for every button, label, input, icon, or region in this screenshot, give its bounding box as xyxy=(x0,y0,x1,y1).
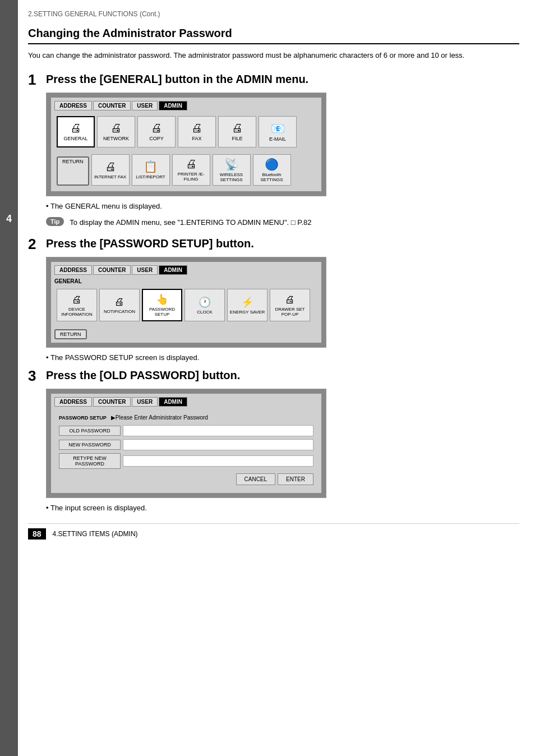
old-password-btn[interactable]: OLD PASSWORD xyxy=(59,426,121,436)
screen3-tab-user[interactable]: USER xyxy=(132,397,158,407)
screen2-tab-user[interactable]: USER xyxy=(132,265,158,275)
step3-number: 3 xyxy=(28,368,40,383)
step1-bullet: The GENERAL menu is displayed. xyxy=(46,202,519,210)
pw-bottom-btns: CANCEL ENTER xyxy=(59,473,313,485)
clock-label: CLOCK xyxy=(197,310,213,315)
menu-copy[interactable]: 🖨 COPY xyxy=(137,116,176,147)
screen3: ADDRESS COUNTER USER ADMIN PASSWORD SETU… xyxy=(46,389,326,498)
step2-bullet: The PASSWORD SETUP screen is displayed. xyxy=(46,353,519,362)
screen1: ADDRESS COUNTER USER ADMIN 🖨 GENERAL 🖨 N… xyxy=(46,93,326,196)
tab-user[interactable]: USER xyxy=(132,101,158,110)
screen2-tab-admin[interactable]: ADMIN xyxy=(159,265,187,275)
screen3-tab-admin[interactable]: ADMIN xyxy=(159,397,187,407)
list-report-icon: 📋 xyxy=(144,160,158,173)
screen2-return-area: RETURN xyxy=(54,327,318,339)
page-header: 2.SETTING GENERAL FUNCTIONS (Cont.) xyxy=(28,10,519,18)
menu-wireless[interactable]: 📡 WIRELESS SETTINGS xyxy=(213,154,251,186)
step2-number: 2 xyxy=(28,237,40,251)
menu-printer-efiling[interactable]: 🖨 PRINTER /E-FILING xyxy=(172,154,210,186)
password-setup-btn[interactable]: 👆 PASSWORD SETUP xyxy=(142,289,182,321)
retype-password-field[interactable] xyxy=(123,455,313,467)
tip-text: To display the ADMIN menu, see "1.ENTERI… xyxy=(70,217,311,228)
screen2-tabbar: ADDRESS COUNTER USER ADMIN xyxy=(54,265,318,275)
email-icon: 📧 xyxy=(271,122,285,135)
screen2-inner: ADDRESS COUNTER USER ADMIN GENERAL 🖨 DEV… xyxy=(51,262,321,343)
copy-label: COPY xyxy=(149,136,164,141)
clock-btn[interactable]: 🕐 CLOCK xyxy=(185,289,225,321)
menu-file[interactable]: 🖨 FILE xyxy=(218,116,256,147)
bluetooth-icon: 🔵 xyxy=(265,158,279,171)
screen1-menu: 🖨 GENERAL 🖨 NETWORK 🖨 COPY 🖨 FAX xyxy=(54,114,318,150)
screen1-tabbar: ADDRESS COUNTER USER ADMIN xyxy=(54,101,318,110)
menu-network[interactable]: 🖨 NETWORK xyxy=(97,116,135,147)
pw-header-row: PASSWORD SETUP ▶Please Enter Administrat… xyxy=(59,414,313,421)
step3-title: Press the [OLD PASSWORD] button. xyxy=(46,368,240,382)
network-icon: 🖨 xyxy=(110,122,122,135)
device-info-btn[interactable]: 🖨 DEVICE INFORMATION xyxy=(57,289,97,321)
pw-row-new: NEW PASSWORD xyxy=(59,439,313,450)
drawer-set-label: DRAWER SET POP-UP xyxy=(270,307,310,317)
tip-box: Tip To display the ADMIN menu, see "1.EN… xyxy=(46,217,519,228)
section-desc: You can change the administrator passwor… xyxy=(28,50,519,61)
device-info-label: DEVICE INFORMATION xyxy=(57,307,96,317)
return-button-1[interactable]: RETURN xyxy=(57,156,89,186)
tab-address[interactable]: ADDRESS xyxy=(54,101,92,110)
menu-internet-fax[interactable]: 🖨 INTERNET FAX xyxy=(91,154,130,186)
screen3-tab-counter[interactable]: COUNTER xyxy=(93,397,131,407)
screen2-tab-counter[interactable]: COUNTER xyxy=(93,265,131,275)
fax-label: FAX xyxy=(192,136,201,141)
section-title: Changing the Administrator Password xyxy=(28,27,519,40)
pw-setup-label: PASSWORD SETUP xyxy=(59,415,107,421)
screen3-inner: ADDRESS COUNTER USER ADMIN PASSWORD SETU… xyxy=(51,394,321,493)
notification-btn[interactable]: 🖨 NOTIFICATION xyxy=(99,289,140,321)
step3-header: 3 Press the [OLD PASSWORD] button. xyxy=(28,368,519,383)
new-password-btn[interactable]: NEW PASSWORD xyxy=(59,440,121,450)
general-icon: 🖨 xyxy=(70,122,81,135)
fax-icon: 🖨 xyxy=(191,122,202,135)
pw-row-old: OLD PASSWORD xyxy=(59,425,313,436)
bluetooth-label: Bluetooth SETTINGS xyxy=(253,172,290,182)
tip-badge: Tip xyxy=(46,217,64,226)
password-setup-icon: 👆 xyxy=(156,293,168,306)
chapter-number: 4 xyxy=(6,213,12,225)
step1-title: Press the [GENERAL] button in the ADMIN … xyxy=(46,72,308,86)
retype-password-btn[interactable]: RETYPE NEW PASSWORD xyxy=(59,453,121,469)
return-button-2[interactable]: RETURN xyxy=(54,329,87,339)
pw-row-retype: RETYPE NEW PASSWORD xyxy=(59,453,313,469)
internet-fax-label: INTERNET FAX xyxy=(94,174,126,179)
page-footer: 88 4.SETTING ITEMS (ADMIN) xyxy=(28,523,519,540)
step1-header: 1 Press the [GENERAL] button in the ADMI… xyxy=(28,72,519,87)
screen3-tab-address[interactable]: ADDRESS xyxy=(54,397,92,407)
energy-saver-icon: ⚡ xyxy=(241,296,253,308)
screen1-inner: ADDRESS COUNTER USER ADMIN 🖨 GENERAL 🖨 N… xyxy=(51,98,321,191)
wireless-icon: 📡 xyxy=(224,158,238,171)
device-info-icon: 🖨 xyxy=(72,294,82,306)
network-label: NETWORK xyxy=(103,136,129,141)
tab-counter[interactable]: COUNTER xyxy=(93,101,131,110)
menu-general[interactable]: 🖨 GENERAL xyxy=(57,116,95,147)
internet-fax-icon: 🖨 xyxy=(105,160,116,173)
menu-list-report[interactable]: 📋 LIST/REPORT xyxy=(132,154,170,186)
menu-email[interactable]: 📧 E-MAIL xyxy=(259,116,297,147)
menu-bluetooth[interactable]: 🔵 Bluetooth SETTINGS xyxy=(253,154,291,186)
password-screen: PASSWORD SETUP ▶Please Enter Administrat… xyxy=(54,410,318,490)
footer-page-num: 88 xyxy=(28,528,46,540)
drawer-set-btn[interactable]: 🖨 DRAWER SET POP-UP xyxy=(270,289,310,321)
menu-fax[interactable]: 🖨 FAX xyxy=(178,116,216,147)
enter-btn[interactable]: ENTER xyxy=(278,473,313,485)
password-setup-label: PASSWORD SETUP xyxy=(143,307,181,317)
step2-header: 2 Press the [PASSWORD SETUP] button. xyxy=(28,237,519,251)
energy-saver-btn[interactable]: ⚡ ENERGY SAVER xyxy=(227,289,268,321)
printer-efiling-icon: 🖨 xyxy=(186,158,197,170)
screen2-tab-address[interactable]: ADDRESS xyxy=(54,265,92,275)
new-password-field[interactable] xyxy=(123,439,313,450)
screen1-menu-row2: RETURN 🖨 INTERNET FAX 📋 LIST/REPORT 🖨 PR… xyxy=(54,152,318,188)
cancel-btn[interactable]: CANCEL xyxy=(236,473,276,485)
old-password-field[interactable] xyxy=(123,425,313,436)
page-container: 4 2.SETTING GENERAL FUNCTIONS (Cont.) Ch… xyxy=(0,0,535,756)
step3-bullet: The input screen is displayed. xyxy=(46,504,519,512)
tab-admin[interactable]: ADMIN xyxy=(159,101,187,110)
pw-header-text: ▶Please Enter Administrator Password xyxy=(111,414,208,421)
file-label: FILE xyxy=(232,136,242,141)
left-tab: 4 xyxy=(0,0,18,756)
